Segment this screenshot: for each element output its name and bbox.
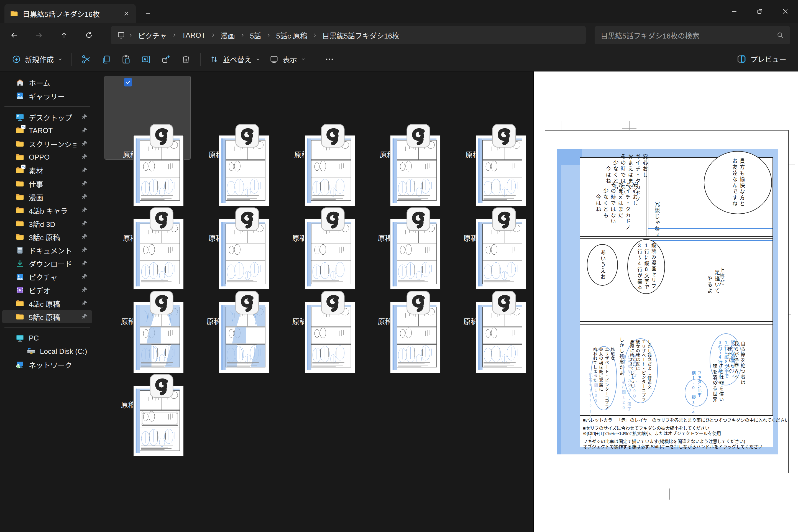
sidebar-item-label: ダウンロード [29,259,76,269]
sidebar-item[interactable]: 5話c 原稿 [2,310,92,323]
sidebar-item[interactable]: ピクチャ [2,270,92,283]
file-item[interactable]: 原稿5話 (19).clip [190,243,276,326]
clip-studio-logo-icon [235,124,259,148]
sidebar-item[interactable]: ドキュメント [2,244,92,257]
gallery-icon [16,92,24,100]
breadcrumb-item[interactable]: TAROT [179,30,208,41]
sidebar-item[interactable]: ホーム [2,76,92,89]
file-thumbnail [465,160,516,231]
file-item[interactable]: 原稿5話 (2).clip [105,76,190,159]
sidebar-item[interactable]: ネットワーク [2,358,92,371]
checkbox-icon[interactable] [124,78,132,87]
file-item[interactable]: 原稿5話 (23).clip [276,243,362,326]
bubble-text: あいうえお [599,250,606,280]
rename-button[interactable] [136,51,156,68]
sidebar-item[interactable]: スクリーンショット [2,137,92,150]
file-item[interactable]: 原稿5話 (4).clip [276,76,362,159]
file-item[interactable]: 原稿5話 (7).clip [105,159,190,243]
breadcrumb-item[interactable]: 漫画 [218,28,238,42]
breadcrumb-item-current[interactable]: 目黒紘5話フキダシ16枚 [320,28,402,42]
pin-icon [81,140,88,147]
sidebar-item[interactable]: ビデオ [2,283,92,297]
file-item[interactable]: 原稿5話 (8).clip [190,159,276,243]
cloud-bubble: 貴方も愉快な方と お友達なんですね [704,151,772,214]
breadcrumb-item[interactable]: 5話 [247,28,264,42]
sidebar-item[interactable]: ギャラリー [2,89,92,102]
file-thumbnail [465,76,516,147]
sidebar-item-label: スクリーンショット [29,139,76,149]
more-options-icon[interactable] [320,51,339,68]
sidebar-item-label: ピクチャ [29,272,76,282]
chevron-right-icon [128,33,134,38]
clip-studio-logo-icon [492,207,516,231]
sidebar-item[interactable]: 4話b キャラ [2,204,92,217]
videos-icon [16,286,24,294]
sidebar-item[interactable]: 素材 [2,164,92,177]
sidebar-item-label: 4話b キャラ [29,205,76,215]
copy-button[interactable] [96,51,116,68]
breadcrumb-item[interactable]: ピクチャ [135,28,170,42]
search-input[interactable]: 目黒紘5話フキダシ16枚の検索 [595,26,790,44]
delete-button[interactable] [176,51,196,68]
file-item[interactable]: 原稿5話 (26).clip [362,243,447,326]
sidebar-item[interactable]: 3話d 3D [2,217,92,230]
file-item[interactable]: 原稿5話 (12).clip [276,159,362,243]
dialog-text: そこは罪を償い 魂を清める世界 [711,364,724,403]
sidebar-item[interactable]: デスクトップ [2,111,92,124]
up-icon[interactable] [56,27,72,43]
cut-button[interactable] [76,51,96,68]
new-tab-button[interactable] [142,7,154,19]
bubble-text: フキダシ比率 横1.0 縦1.4 [690,371,702,415]
file-thumbnail [122,76,173,147]
sidebar-item[interactable]: PC [2,331,92,345]
sidebar-item-label: OPPO [29,153,76,162]
sidebar-item[interactable]: 漫画 [2,190,92,204]
file-item[interactable]: 原稿5話 (6).clip [447,76,533,159]
file-thumbnail [379,76,430,147]
file-item[interactable]: 原稿5話 (16).clip [362,159,447,243]
plus-circle-icon [12,55,21,64]
template-note-line: ※[Ctrl]+[T]で5%〜10%で拡大縮小、またはオブジェクトツールを使用 [583,431,772,436]
window-controls [722,0,798,23]
crop-mark [622,128,636,129]
pin-icon [81,247,88,254]
breadcrumb-item[interactable]: 5話c 原稿 [273,28,310,42]
folder-icon [16,312,24,321]
sidebar-item[interactable]: 4話c 原稿 [2,297,92,310]
forward-icon[interactable] [31,27,47,43]
sidebar-item[interactable]: ダウンロード [2,257,92,270]
this-pc-icon[interactable] [116,31,126,39]
new-button[interactable]: 新規作成 [7,51,67,68]
preview-toggle-button[interactable]: プレビュー [732,51,791,67]
file-item[interactable]: 原稿5話 (17).clip [447,159,533,243]
restore-button[interactable] [747,0,773,23]
explorer-tab[interactable]: 目黒紘5話フキダシ16枚 [4,4,136,23]
tab-close-icon[interactable] [121,8,132,19]
back-icon[interactable] [6,27,22,43]
clip-studio-logo-icon [235,290,259,315]
sidebar-item[interactable]: TAROT [2,124,92,137]
sidebar-item[interactable]: OPPO [2,150,92,164]
file-item[interactable]: 原稿5話 (28).clip [105,326,190,410]
file-item[interactable]: 原稿5話 (18).clip [105,243,190,326]
paste-button[interactable] [116,51,136,68]
refresh-icon[interactable] [81,27,97,43]
file-item[interactable]: 原稿5話 (5).clip [362,76,447,159]
sidebar-item[interactable]: 3話c 原稿 [2,230,92,244]
file-thumbnail [379,160,430,231]
view-button[interactable]: 表示 [265,51,310,68]
template-note: 基本サイズ「10Q」 ひらがな・カタカナ・漢字 英字AB ※行間120 [621,355,637,412]
pin-icon [81,233,88,241]
sidebar-item[interactable]: 仕事 [2,177,92,190]
search-icon[interactable] [776,31,784,39]
bubble-text: 縦読み漫画セリフ 1行に縦8文字で 3行〜4行が基本 [635,243,657,290]
pin-icon [81,180,88,187]
sort-button[interactable]: 並べ替え [205,51,265,68]
sidebar-item[interactable]: Local Disk (C:) [2,345,92,358]
new-button-label: 新規作成 [25,54,54,64]
share-button[interactable] [156,51,176,68]
file-item[interactable]: 原稿5話 (3).clip [190,76,276,159]
close-button[interactable] [773,0,798,23]
minimize-button[interactable] [722,0,747,23]
file-item[interactable]: 原稿5話 (27).clip [447,243,533,326]
